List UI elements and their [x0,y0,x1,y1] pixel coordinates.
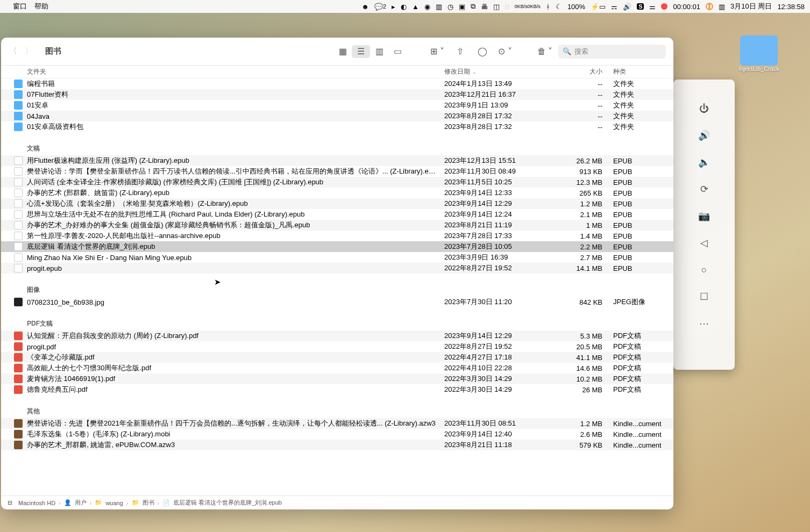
file-row[interactable]: 樊登讲论语：学而【樊登全新重磅作品！四千万读书人信赖的领读...引中西经典书籍，… [1,166,673,177]
power-icon[interactable]: ⏻ [697,101,712,116]
emoji-icon[interactable]: ☻ [361,3,369,11]
file-row[interactable]: 04Java2023年8月28日 17:32--文件夹 [1,111,673,121]
controlcenter-icon[interactable]: ⚌ [649,3,656,11]
file-row[interactable]: 人间词话 (全本全译全注·作家榜插图珍藏版) (作家榜经典文库) (王国维 [王… [1,177,673,188]
file-date: 2023年8月21日 11:18 [444,440,557,450]
file-icon [14,101,23,110]
tags-button[interactable]: ◯ [473,45,492,58]
moon-icon[interactable]: ☾ [556,3,562,11]
menu-help[interactable]: 帮助 [34,2,48,11]
file-row[interactable]: 德鲁克经典五问.pdf2022年3月30日 14:2926 MBPDF文稿 [1,384,673,395]
file-row[interactable]: progit.epub2022年8月27日 19:5214.1 MBEPUB [1,263,673,274]
menuicon-2[interactable]: ◐ [401,3,407,11]
path-segment[interactable]: 用户 [75,499,87,507]
input-method-icon[interactable]: S [637,3,644,10]
group-by-button[interactable]: ⊞ ˅ [428,45,446,58]
file-row[interactable]: 07082310_be_6b938.jpg2023年7月30日 11:20842… [1,297,673,307]
col-kind[interactable]: 种类 [609,67,673,76]
file-row[interactable]: 办事的艺术 (邢群麟、姚笛雷) (Z-Library).epub2023年9月1… [1,188,673,198]
record-dot-icon[interactable] [661,3,667,10]
file-row[interactable]: 编程书籍2024年1月13日 13:49--文件夹 [1,78,673,89]
file-size: -- [557,102,609,110]
view-gallery-button[interactable]: ▭ [388,45,407,58]
home-icon[interactable]: ○ [697,262,712,277]
recents-icon[interactable]: ☐ [697,289,712,304]
menuicon-10[interactable]: ⎍ [505,3,509,11]
file-icon [14,253,23,262]
file-row[interactable]: 高效能人士的七个习惯30周年纪念版.pdf2022年4月10日 22:2814.… [1,363,673,373]
menuicon-7[interactable]: ⧉ [471,2,475,11]
file-row[interactable]: 第一性原理-李善友-2020-人民邮电出版社--annas-archive.ep… [1,231,673,241]
clock-time[interactable]: 12:38:58 [777,3,805,11]
rotate-icon[interactable]: ⟳ [697,182,712,197]
file-size: 1.2 MB [557,200,609,208]
file-icon [14,385,23,394]
actions-button[interactable]: ⊙ ˅ [496,45,514,58]
file-row[interactable]: 樊登讲论语：先进【樊登2021年全新重磅作品！四千万会员信赖的...逐句拆解，生… [1,418,673,429]
desktop-folder-injectlib[interactable]: InjectLib_Crack [735,35,783,72]
view-columns-button[interactable]: ▥ [370,45,388,58]
file-row[interactable]: 《变革之心珍藏版.pdf2022年4月27日 17:1841.1 MBPDF文稿 [1,352,673,363]
search-field[interactable]: 🔍 搜索 [558,45,666,59]
path-segment[interactable]: Macintosh HD [18,500,55,506]
file-row[interactable]: 办事的艺术_邢群麟, 姚迪雷, ePUBw.COM.azw32023年8月21日… [1,440,673,450]
file-row[interactable]: 心流+发现心流（套装全2册）（米哈里·契克森米哈赖）(Z-Library).ep… [1,198,673,209]
volume-icon[interactable]: 🔊 [623,3,631,11]
menuicon-6[interactable]: ▣ [459,3,465,11]
file-row[interactable]: 认知觉醒：开启自我改变的原动力 (周岭) (Z-Library).pdf2023… [1,330,673,341]
col-name[interactable]: 文件夹 [1,67,444,76]
file-row[interactable]: 毛泽东选集（1-5卷）(毛泽东) (Z-Library).mobi2023年9月… [1,429,673,440]
file-row[interactable]: 01安卓2023年9月1日 13:09--文件夹 [1,100,673,111]
share-button[interactable]: ⇧ [451,45,469,58]
path-segment[interactable]: 底层逻辑 看清这个世界的底牌_刘润.epub [173,499,282,507]
file-icon [14,441,23,449]
menuicon-3[interactable]: ▲ [412,3,419,11]
file-row[interactable]: 07Flutter资料2023年12月21日 16:37--文件夹 [1,89,673,100]
file-row[interactable]: 用Flutter极速构建原生应用 (张益珲) (Z-Library).epub2… [1,155,673,166]
menuicon-5[interactable]: ◷ [447,3,453,11]
file-icon [14,199,23,208]
menu-window[interactable]: 窗口 [13,2,27,11]
clock-date[interactable]: 3月10日 周日 [730,2,772,11]
record-pause-icon[interactable] [706,3,713,10]
volume-up-icon[interactable]: 🔊 [697,128,712,143]
screenshot-icon[interactable]: 📷 [697,209,712,224]
trash-button[interactable]: 🗑 ˅ [536,45,554,58]
file-row[interactable]: 底层逻辑 看清这个世界的底牌_刘润.epub2023年7月28日 10:052.… [1,241,673,252]
path-segment[interactable]: 图书 [143,499,154,507]
file-size: 12.3 MB [557,178,609,186]
wechat-icon[interactable]: 💬2 [374,3,386,11]
col-date[interactable]: 修改日期⌄ [444,67,557,76]
file-icon [14,123,23,131]
battery-icon[interactable]: ⚡▭ [591,3,606,11]
menuicon-11[interactable]: ▥ [719,3,725,11]
nav-back-button[interactable]: 〈 [9,46,17,57]
file-kind: Kindle...cument [609,430,673,438]
bluetooth-icon[interactable]: ᚼ [546,3,550,11]
nav-forward-button[interactable]: 〉 [25,46,33,57]
back-icon[interactable]: ◁ [697,235,712,250]
battery-bar-icon[interactable]: ▥ [436,3,442,11]
view-list-button[interactable]: ☰ [352,45,370,58]
wifi-icon[interactable]: ⚎ [611,3,617,11]
group-header: 文稿 [1,140,673,155]
col-size[interactable]: 大小 [557,67,609,76]
file-row[interactable]: Ming Zhao Na Xie Shi Er - Dang Nian Ming… [1,252,673,263]
menuicon-4[interactable]: ◉ [424,3,430,11]
volume-down-icon[interactable]: 🔈 [697,155,712,170]
menuicon-8[interactable]: 🖶 [481,3,488,11]
more-icon[interactable]: ⋯ [697,316,712,331]
file-size: 2.2 MB [557,243,609,251]
file-row[interactable]: 办事的艺术_办好难办的事大全集 (超值金版) (家庭珍藏经典畅销书系：超值金版)… [1,220,673,231]
desktop-folder-label: InjectLib_Crack [738,66,779,72]
file-row[interactable]: 01安卓高级资料包2023年8月28日 17:32--文件夹 [1,121,673,132]
file-row[interactable]: 麦肯锡方法 10466919(1).pdf2022年3月30日 14:2910.… [1,373,673,384]
menuicon-9[interactable]: ◫ [493,3,500,11]
battery-percent[interactable]: 100% [567,3,585,11]
file-row[interactable]: 思辨与立场生活中无处不在的批判性思维工具 (Richard Paul, Lind… [1,209,673,220]
file-icon [14,298,23,306]
path-segment[interactable]: wuang [105,500,123,506]
file-row[interactable]: progit.pdf2022年8月27日 19:5220.5 MBPDF文稿 [1,341,673,352]
menuicon-1[interactable]: ▸ [392,3,395,11]
view-icons-button[interactable]: ▦ [333,45,352,58]
